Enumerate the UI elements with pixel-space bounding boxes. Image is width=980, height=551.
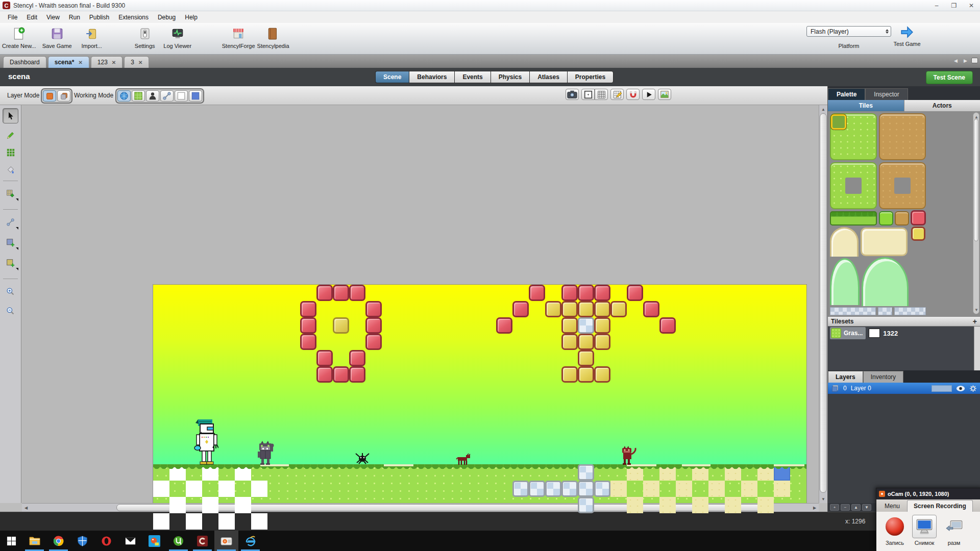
region-mode-button[interactable] (175, 90, 188, 102)
menu-edit[interactable]: Edit (22, 12, 42, 22)
ice-block[interactable] (578, 464, 594, 481)
tab-list-icon[interactable] (971, 58, 978, 63)
move-layer-down-button[interactable]: ▼ (862, 504, 871, 511)
ocam-snapshot-button[interactable]: Снимок (912, 515, 937, 546)
palette-tile-checker-strip-c[interactable] (894, 307, 926, 315)
taskbar-stencyl-task-icon[interactable] (190, 531, 214, 551)
test-scene-button[interactable]: Test Scene (926, 71, 973, 84)
white-tile[interactable] (186, 513, 202, 530)
gear-icon[interactable] (969, 385, 977, 392)
create-new-button[interactable]: Create New... (2, 26, 36, 49)
red-block[interactable] (578, 285, 594, 301)
globe-button[interactable] (117, 90, 131, 102)
palette-scrollbar[interactable]: ▲ ▼ (973, 112, 979, 314)
white-tile[interactable] (218, 481, 235, 497)
cream-tile[interactable] (708, 481, 725, 497)
red-block[interactable] (316, 366, 333, 383)
tile-select-tool-button[interactable] (3, 145, 18, 160)
ice-block[interactable] (512, 481, 529, 497)
menu-file[interactable]: File (3, 12, 22, 22)
save-game-button[interactable]: Save Game (42, 26, 72, 49)
taskbar-chrome-icon[interactable] (46, 531, 70, 551)
yellow-block[interactable] (561, 334, 578, 350)
taskbar-start-button[interactable] (0, 531, 22, 551)
import-button[interactable]: Import... (77, 26, 107, 49)
cream-tile[interactable] (610, 481, 627, 497)
tile-layer-button[interactable] (43, 90, 56, 102)
joint-tool-tool-button[interactable] (3, 214, 18, 230)
joint-mode-button[interactable] (160, 90, 174, 102)
move-layer-up-button[interactable]: ▲ (851, 504, 861, 511)
red-block[interactable] (349, 366, 365, 383)
red-block[interactable] (529, 285, 545, 301)
vertical-scrollbar[interactable]: ▲ ▼ (819, 105, 827, 503)
test-game-button[interactable]: Test Game (889, 25, 925, 47)
red-block[interactable] (300, 301, 316, 317)
yellow-block[interactable] (594, 334, 610, 350)
yellow-block[interactable] (578, 301, 594, 317)
palette-tile-small-dirt[interactable] (895, 211, 909, 226)
pointer-tool-button[interactable] (3, 108, 18, 123)
ice-block[interactable] (594, 481, 610, 497)
scroll-down-icon[interactable]: ▼ (819, 495, 827, 503)
red-block[interactable] (365, 317, 382, 334)
tile-mode-button[interactable] (132, 90, 145, 102)
red-block[interactable] (365, 301, 382, 317)
tab-scena[interactable]: scena*✕ (48, 56, 89, 68)
cream-tile[interactable] (676, 481, 692, 497)
red-block[interactable] (333, 366, 349, 383)
white-tile[interactable] (218, 513, 235, 530)
palette-tile-small-red[interactable] (911, 210, 926, 226)
cream-tile[interactable] (741, 481, 757, 497)
taskbar-explorer-icon[interactable] (22, 531, 46, 551)
taskbar-game-icon[interactable] (142, 531, 166, 551)
menu-view[interactable]: View (42, 12, 64, 22)
image-button[interactable] (658, 89, 671, 100)
actor-gray-cat[interactable] (254, 440, 277, 465)
ice-block[interactable] (578, 481, 594, 497)
white-tile[interactable] (251, 481, 267, 497)
layer-row[interactable]: 0Layer 0 (828, 383, 980, 394)
yellow-block[interactable] (594, 301, 610, 317)
layer-opacity-swatch[interactable] (932, 385, 952, 392)
red-block[interactable] (349, 285, 365, 301)
yellow-block[interactable] (578, 366, 594, 383)
red-block[interactable] (659, 317, 676, 334)
red-block[interactable] (561, 285, 578, 301)
camera-button[interactable] (566, 89, 579, 100)
tab-scroll-right-icon[interactable]: ▶ (962, 57, 969, 64)
white-tile[interactable] (169, 497, 186, 513)
scene-nav-physics[interactable]: Physics (491, 71, 529, 83)
stencylforge-button[interactable]: StencylForge (222, 26, 255, 49)
stencylpedia-button[interactable]: Stencylpedia (257, 26, 289, 49)
red-block[interactable] (300, 317, 316, 334)
tab-dashboard[interactable]: Dashboard (3, 56, 46, 68)
taskbar-opera-icon[interactable] (94, 531, 118, 551)
yellow-block[interactable] (545, 301, 561, 317)
ocam-record-button[interactable]: Запись (883, 515, 907, 546)
palette-scroll-thumb[interactable] (974, 119, 978, 241)
cream-tile[interactable] (659, 497, 676, 513)
tileset-scrollbar[interactable] (974, 327, 980, 370)
white-tile[interactable] (235, 497, 251, 513)
white-tile[interactable] (153, 513, 169, 530)
cream-tile[interactable] (757, 497, 774, 513)
tileset-row[interactable]: Gras...1322 (828, 327, 980, 340)
scene-nav-properties[interactable]: Properties (567, 71, 614, 83)
bucket-tool-button[interactable] (3, 162, 18, 178)
tab-close-icon[interactable]: ✕ (112, 60, 116, 65)
ocam-resize-button[interactable]: разм (942, 515, 966, 546)
tileset-color-swatch[interactable] (869, 329, 880, 338)
actor-deer[interactable] (456, 454, 471, 465)
menu-help[interactable]: Help (180, 12, 202, 22)
ice-block[interactable] (578, 497, 594, 513)
ice-block[interactable] (529, 481, 545, 497)
magnet-button[interactable] (626, 89, 640, 100)
actor-spider[interactable] (354, 452, 371, 465)
white-tile[interactable] (202, 497, 218, 513)
log-viewer-button[interactable]: Log Viewer (163, 26, 192, 49)
palette-tile-small-grass[interactable] (879, 211, 893, 226)
palette-tile-checker-strip-b[interactable] (878, 307, 892, 315)
maximize-button[interactable]: ❐ (945, 0, 963, 11)
game-scene[interactable] (153, 285, 806, 530)
